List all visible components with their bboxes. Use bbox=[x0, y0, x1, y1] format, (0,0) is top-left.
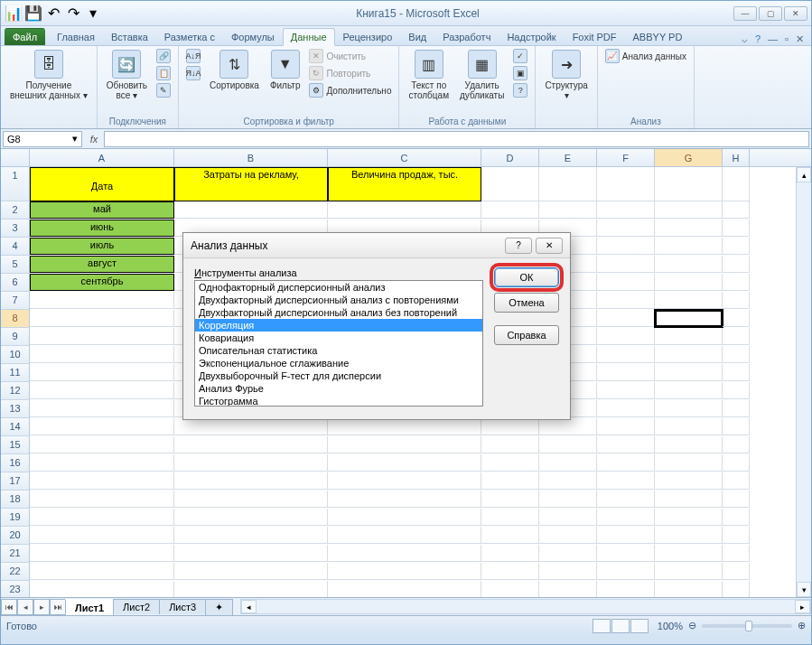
name-box[interactable]: G8▾ bbox=[3, 131, 82, 147]
cell[interactable] bbox=[597, 509, 655, 526]
tab-foxit[interactable]: Foxit PDF bbox=[565, 28, 625, 45]
cell[interactable] bbox=[655, 310, 723, 327]
cell[interactable] bbox=[30, 382, 174, 399]
undo-icon[interactable]: ↶ bbox=[44, 5, 62, 23]
list-item[interactable]: Гистограмма bbox=[195, 395, 482, 407]
cell[interactable] bbox=[30, 436, 174, 453]
sheet-nav-last[interactable]: ⏭ bbox=[50, 599, 66, 615]
cell[interactable] bbox=[723, 256, 750, 273]
column-header-A[interactable]: A bbox=[30, 149, 174, 166]
cell[interactable] bbox=[30, 545, 174, 562]
cell[interactable] bbox=[597, 545, 655, 562]
cell[interactable] bbox=[328, 418, 481, 435]
cell[interactable] bbox=[597, 382, 655, 399]
cell[interactable]: июнь bbox=[30, 220, 174, 237]
cell[interactable] bbox=[174, 545, 328, 562]
row-header[interactable]: 17 bbox=[1, 472, 30, 491]
row-header[interactable]: 11 bbox=[1, 364, 30, 382]
cell[interactable] bbox=[723, 346, 750, 363]
advanced-filter-button[interactable]: ⚙Дополнительно bbox=[307, 82, 393, 98]
cell[interactable] bbox=[481, 167, 539, 201]
vertical-scrollbar[interactable]: ▴ ▾ bbox=[796, 167, 811, 597]
help-button[interactable]: Справка bbox=[494, 325, 559, 345]
cell[interactable] bbox=[328, 545, 481, 562]
cell[interactable] bbox=[481, 472, 539, 490]
fx-icon[interactable]: fx bbox=[84, 134, 104, 145]
text-to-columns-button[interactable]: ▥ Текст по столбцам bbox=[405, 48, 453, 102]
workbook-restore-icon[interactable]: ▫ bbox=[785, 33, 789, 45]
cell[interactable] bbox=[597, 220, 655, 237]
cell[interactable] bbox=[539, 201, 597, 219]
cell[interactable] bbox=[655, 527, 723, 544]
help-icon[interactable]: ? bbox=[755, 33, 761, 45]
list-item[interactable]: Корреляция bbox=[195, 319, 482, 332]
page-layout-view-button[interactable] bbox=[611, 619, 630, 633]
chevron-down-icon[interactable]: ▾ bbox=[72, 133, 78, 145]
cancel-button[interactable]: Отмена bbox=[494, 293, 559, 313]
data-analysis-button[interactable]: 📈Анализ данных bbox=[603, 48, 688, 64]
cell[interactable] bbox=[597, 201, 655, 219]
cell[interactable] bbox=[597, 328, 655, 345]
cell[interactable] bbox=[481, 527, 539, 544]
minimize-button[interactable]: — bbox=[733, 6, 757, 21]
cell[interactable] bbox=[539, 581, 597, 597]
whatif-btn[interactable]: ? bbox=[511, 82, 529, 98]
row-header[interactable]: 8 bbox=[1, 310, 30, 328]
cell[interactable] bbox=[481, 201, 539, 219]
cell[interactable] bbox=[174, 563, 328, 580]
zoom-level[interactable]: 100% bbox=[658, 621, 683, 631]
row-header[interactable]: 6 bbox=[1, 274, 30, 292]
list-item[interactable]: Ковариация bbox=[195, 332, 482, 344]
cell[interactable] bbox=[30, 328, 174, 345]
cell[interactable] bbox=[597, 563, 655, 580]
column-header-C[interactable]: C bbox=[328, 149, 481, 166]
cell[interactable] bbox=[481, 454, 539, 472]
tab-addins[interactable]: Надстройк bbox=[499, 28, 564, 45]
row-header[interactable]: 13 bbox=[1, 400, 30, 418]
cell[interactable] bbox=[655, 436, 723, 453]
connections-btn[interactable]: 🔗 bbox=[154, 48, 173, 64]
cell[interactable] bbox=[30, 454, 174, 472]
cell[interactable] bbox=[328, 563, 481, 580]
cell[interactable] bbox=[655, 328, 723, 345]
collapse-ribbon-icon[interactable]: ⌵ bbox=[742, 33, 748, 45]
cell[interactable] bbox=[30, 364, 174, 381]
cell[interactable] bbox=[655, 545, 723, 562]
cell[interactable] bbox=[539, 491, 597, 508]
row-header[interactable]: 2 bbox=[1, 201, 30, 220]
close-button[interactable]: ✕ bbox=[784, 6, 807, 21]
cell[interactable] bbox=[655, 472, 723, 490]
workbook-minimize-icon[interactable]: — bbox=[768, 33, 778, 45]
cell[interactable] bbox=[174, 581, 328, 597]
cell[interactable] bbox=[481, 563, 539, 580]
row-header[interactable]: 3 bbox=[1, 220, 30, 238]
redo-icon[interactable]: ↷ bbox=[64, 5, 82, 23]
formula-input[interactable] bbox=[104, 131, 809, 147]
zoom-out-button[interactable]: ⊖ bbox=[688, 620, 696, 631]
cell[interactable] bbox=[481, 418, 539, 435]
cell[interactable] bbox=[481, 491, 539, 508]
row-header[interactable]: 23 bbox=[1, 581, 30, 597]
cell[interactable] bbox=[723, 274, 750, 291]
cell[interactable] bbox=[655, 364, 723, 381]
cell[interactable] bbox=[723, 527, 750, 544]
cell[interactable] bbox=[30, 491, 174, 508]
cell[interactable] bbox=[655, 167, 723, 201]
tab-data[interactable]: Данные bbox=[283, 28, 335, 46]
outline-button[interactable]: ➜ Структура ▾ bbox=[541, 48, 591, 102]
cell[interactable]: июль bbox=[30, 238, 174, 255]
sheet-nav-next[interactable]: ▸ bbox=[33, 599, 50, 615]
cell[interactable] bbox=[481, 581, 539, 597]
cell[interactable] bbox=[597, 472, 655, 490]
dialog-close-button[interactable]: ✕ bbox=[536, 238, 563, 254]
cell[interactable] bbox=[723, 220, 750, 237]
cell[interactable] bbox=[174, 201, 328, 219]
cell[interactable] bbox=[655, 274, 723, 291]
ok-button[interactable]: ОК bbox=[494, 267, 559, 287]
column-header-D[interactable]: D bbox=[481, 149, 539, 166]
cell[interactable] bbox=[655, 509, 723, 526]
cell[interactable] bbox=[597, 292, 655, 309]
cell[interactable] bbox=[174, 418, 328, 435]
cell[interactable]: сентябрь bbox=[30, 274, 174, 291]
cell[interactable] bbox=[328, 527, 481, 544]
